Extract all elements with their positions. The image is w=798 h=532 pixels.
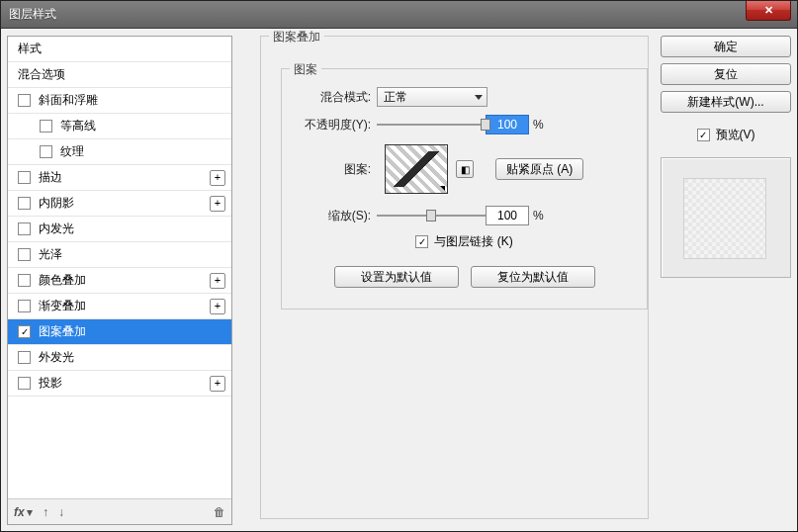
effect-checkbox[interactable] xyxy=(18,94,31,107)
sidebar-item-label: 内阴影 xyxy=(39,195,74,212)
sidebar-item-label: 等高线 xyxy=(60,118,96,134)
blend-mode-select[interactable]: 正常 xyxy=(377,87,488,107)
sidebar-item[interactable]: 渐变叠加+ xyxy=(8,294,231,319)
client-area: 样式 混合选项 斜面和浮雕等高线纹理描边+内阴影+内发光光泽颜色叠加+渐变叠加+… xyxy=(1,29,797,531)
sidebar-item-label: 纹理 xyxy=(60,143,84,160)
sidebar-header-label: 样式 xyxy=(18,41,42,57)
add-instance-icon[interactable]: + xyxy=(210,376,225,392)
titlebar[interactable]: 图层样式 ✕ xyxy=(1,1,797,29)
effect-checkbox[interactable] xyxy=(18,300,31,312)
window-title: 图层样式 xyxy=(9,6,56,23)
snap-origin-button[interactable]: 贴紧原点 (A) xyxy=(495,158,583,180)
sidebar-header-blend[interactable]: 混合选项 xyxy=(8,62,231,88)
group-pattern: 图案 混合模式: 正常 不透明度(Y): xyxy=(281,68,648,310)
effect-checkbox[interactable] xyxy=(18,222,31,235)
sidebar-item[interactable]: 内发光 xyxy=(8,217,231,242)
effect-checkbox[interactable] xyxy=(18,171,31,184)
reset-default-button[interactable]: 复位为默认值 xyxy=(471,266,595,288)
sidebar-item-label: 外发光 xyxy=(39,349,74,366)
close-button[interactable]: ✕ xyxy=(746,1,791,21)
styles-list: 样式 混合选项 斜面和浮雕等高线纹理描边+内阴影+内发光光泽颜色叠加+渐变叠加+… xyxy=(8,37,231,498)
reset-button[interactable]: 复位 xyxy=(661,63,791,85)
new-style-button[interactable]: 新建样式(W)... xyxy=(661,91,791,113)
add-instance-icon[interactable]: + xyxy=(210,196,225,212)
preview-checkbox[interactable] xyxy=(697,129,710,141)
add-instance-icon[interactable]: + xyxy=(210,273,225,289)
sidebar-item[interactable]: 外发光 xyxy=(8,345,231,371)
trash-icon[interactable]: 🗑 xyxy=(214,505,225,519)
sidebar-item-label: 内发光 xyxy=(39,221,74,237)
dialog-buttons: 确定 复位 新建样式(W)... 预览(V) xyxy=(661,36,791,525)
move-up-icon[interactable]: ↑ xyxy=(43,505,48,519)
preview-swatch xyxy=(683,178,766,259)
scale-unit: % xyxy=(533,209,544,222)
sidebar-item[interactable]: 描边+ xyxy=(8,165,231,191)
slider-thumb[interactable] xyxy=(426,210,436,222)
move-down-icon[interactable]: ↓ xyxy=(58,505,64,519)
link-layer-checkbox[interactable] xyxy=(415,235,428,248)
chevron-down-icon xyxy=(475,95,483,100)
sidebar-item[interactable]: 图案叠加 xyxy=(8,319,231,345)
layout: 样式 混合选项 斜面和浮雕等高线纹理描边+内阴影+内发光光泽颜色叠加+渐变叠加+… xyxy=(7,36,791,525)
sidebar-item-label: 图案叠加 xyxy=(39,323,86,340)
pattern-label: 图案: xyxy=(292,161,377,178)
window: 图层样式 ✕ 样式 混合选项 斜面和浮雕等高线纹理描边+内阴影+内发光光泽颜色叠… xyxy=(0,0,798,532)
sidebar-item-label: 描边 xyxy=(39,169,62,186)
effect-checkbox[interactable] xyxy=(18,325,31,338)
scale-slider[interactable] xyxy=(377,207,486,224)
sidebar-header-label: 混合选项 xyxy=(18,66,65,83)
effect-checkbox[interactable] xyxy=(40,120,52,133)
sidebar-item-label: 投影 xyxy=(39,375,62,392)
settings-panel: 图案叠加 图案 混合模式: 正常 不透明度(Y): xyxy=(238,36,655,525)
blend-mode-value: 正常 xyxy=(384,89,407,106)
effect-checkbox[interactable] xyxy=(18,248,31,261)
scale-label: 缩放(S): xyxy=(292,208,377,224)
sidebar-item[interactable]: 纹理 xyxy=(8,139,231,165)
sidebar-item[interactable]: 颜色叠加+ xyxy=(8,268,231,294)
sidebar-item[interactable]: 内阴影+ xyxy=(8,191,231,217)
sidebar-item-label: 渐变叠加 xyxy=(39,298,86,314)
group-title: 图案 xyxy=(290,61,321,78)
fx-menu-icon[interactable]: fx ▾ xyxy=(14,505,33,519)
group-pattern-overlay: 图案叠加 图案 混合模式: 正常 不透明度(Y): xyxy=(260,36,649,519)
sidebar-item[interactable]: 光泽 xyxy=(8,242,231,268)
sidebar-footer: fx ▾ ↑ ↓ 🗑 xyxy=(8,498,231,524)
close-icon: ✕ xyxy=(764,4,773,17)
opacity-unit: % xyxy=(533,118,544,132)
group-title: 图案叠加 xyxy=(269,29,324,45)
opacity-input[interactable] xyxy=(486,115,529,134)
ok-button[interactable]: 确定 xyxy=(661,36,791,57)
sidebar-item-label: 颜色叠加 xyxy=(39,272,86,289)
link-layer-label: 与图层链接 (K) xyxy=(434,233,512,250)
add-instance-icon[interactable]: + xyxy=(210,299,225,314)
effect-checkbox[interactable] xyxy=(18,197,31,210)
slider-thumb[interactable] xyxy=(481,119,490,131)
opacity-slider[interactable] xyxy=(377,116,486,133)
styles-sidebar: 样式 混合选项 斜面和浮雕等高线纹理描边+内阴影+内发光光泽颜色叠加+渐变叠加+… xyxy=(7,36,232,525)
sidebar-item-label: 斜面和浮雕 xyxy=(39,92,98,109)
sidebar-item-label: 光泽 xyxy=(39,246,62,263)
effect-checkbox[interactable] xyxy=(18,377,31,390)
pattern-preview-icon xyxy=(392,151,441,187)
set-default-button[interactable]: 设置为默认值 xyxy=(334,266,459,288)
sidebar-item[interactable]: 投影+ xyxy=(8,371,231,397)
effect-checkbox[interactable] xyxy=(18,351,31,364)
blend-mode-label: 混合模式: xyxy=(292,89,377,106)
effect-checkbox[interactable] xyxy=(18,274,31,287)
add-instance-icon[interactable]: + xyxy=(210,170,225,186)
pattern-picker[interactable] xyxy=(385,144,448,194)
preview-label: 预览(V) xyxy=(716,127,755,143)
effect-checkbox[interactable] xyxy=(40,145,52,158)
sidebar-header-styles[interactable]: 样式 xyxy=(8,37,231,62)
sidebar-item[interactable]: 斜面和浮雕 xyxy=(8,88,231,114)
sidebar-item[interactable]: 等高线 xyxy=(8,114,231,139)
create-pattern-icon[interactable]: ◧ xyxy=(456,160,474,178)
opacity-label: 不透明度(Y): xyxy=(292,117,377,133)
preview-box xyxy=(661,157,791,278)
scale-input[interactable] xyxy=(486,206,529,225)
